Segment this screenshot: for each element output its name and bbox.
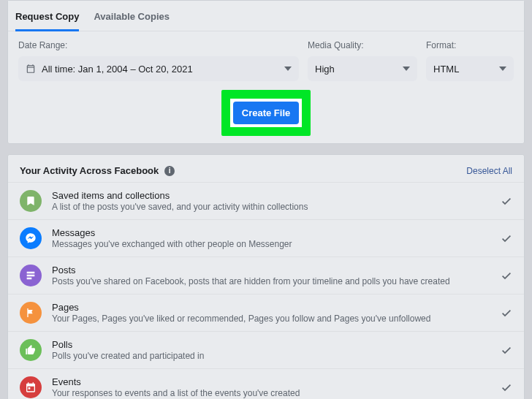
info-icon[interactable]: i: [164, 166, 175, 176]
tabs: Request Copy Available Copies: [8, 1, 524, 31]
media-quality-dropdown[interactable]: High: [308, 56, 417, 81]
flag-icon: [20, 302, 42, 324]
activity-item-text: Events Your responses to events and a li…: [52, 376, 490, 398]
date-range-value: All time: Jan 1, 2004 – Oct 20, 2021: [42, 64, 193, 75]
activity-item-desc: Your Pages, Pages you've liked or recomm…: [52, 314, 490, 324]
activity-item-title: Posts: [52, 265, 490, 276]
activity-item-text: Polls Polls you've created and participa…: [52, 339, 490, 361]
activity-item-polls[interactable]: Polls Polls you've created and participa…: [8, 331, 524, 368]
tab-request-copy[interactable]: Request Copy: [15, 8, 79, 31]
activity-item-pages[interactable]: Pages Your Pages, Pages you've liked or …: [8, 294, 524, 331]
format-label: Format:: [426, 40, 514, 50]
date-range-field: Date Range: All time: Jan 1, 2004 – Oct …: [18, 40, 299, 81]
activity-item-desc: Messages you've exchanged with other peo…: [52, 239, 490, 249]
tab-available-copies[interactable]: Available Copies: [94, 8, 170, 31]
create-row: Create File: [8, 81, 524, 143]
messenger-icon: [20, 227, 42, 249]
activity-item-desc: A list of the posts you've saved, and yo…: [52, 202, 490, 212]
calendar-event-icon: [20, 376, 42, 398]
chevron-down-icon: [403, 66, 410, 71]
tutorial-highlight: Create File: [221, 90, 311, 136]
activity-heading-text: Your Activity Across Facebook: [20, 165, 159, 176]
format-field: Format: HTML: [426, 40, 514, 81]
calendar-icon: [26, 64, 36, 74]
activity-item-saved[interactable]: Saved items and collections A list of th…: [8, 182, 524, 219]
format-dropdown[interactable]: HTML: [426, 56, 514, 81]
request-panel: Request Copy Available Copies Date Range…: [7, 0, 525, 144]
activity-item-text: Saved items and collections A list of th…: [52, 190, 490, 212]
checkmark-icon: [501, 344, 512, 356]
bookmark-icon: [20, 190, 42, 212]
format-value: HTML: [433, 64, 459, 75]
activity-item-title: Messages: [52, 227, 490, 238]
activity-item-events[interactable]: Events Your responses to events and a li…: [8, 368, 524, 399]
activity-header: Your Activity Across Facebook i Deselect…: [8, 155, 524, 182]
activity-item-desc: Posts you've shared on Facebook, posts t…: [52, 276, 490, 286]
activity-item-messages[interactable]: Messages Messages you've exchanged with …: [8, 219, 524, 256]
media-quality-field: Media Quality: High: [308, 40, 417, 81]
activity-item-desc: Your responses to events and a list of t…: [52, 388, 490, 398]
media-quality-label: Media Quality:: [308, 40, 417, 50]
thumbs-up-icon: [20, 339, 42, 361]
activity-item-title: Polls: [52, 339, 490, 350]
activity-item-title: Pages: [52, 302, 490, 313]
date-range-label: Date Range:: [18, 40, 299, 50]
activity-item-desc: Polls you've created and participated in: [52, 351, 490, 361]
checkmark-icon: [501, 232, 512, 244]
activity-title: Your Activity Across Facebook i: [20, 165, 175, 176]
checkmark-icon: [501, 381, 512, 393]
posts-icon: [20, 265, 42, 286]
checkmark-icon: [501, 270, 512, 281]
activity-item-title: Saved items and collections: [52, 190, 490, 201]
chevron-down-icon: [499, 66, 506, 71]
activity-item-text: Pages Your Pages, Pages you've liked or …: [52, 302, 490, 324]
create-file-button[interactable]: Create File: [233, 102, 299, 124]
checkmark-icon: [501, 195, 512, 207]
activity-panel: Your Activity Across Facebook i Deselect…: [7, 154, 525, 399]
deselect-all-link[interactable]: Deselect All: [466, 166, 512, 176]
chevron-down-icon: [284, 66, 292, 71]
activity-item-text: Posts Posts you've shared on Facebook, p…: [52, 265, 490, 286]
date-range-dropdown[interactable]: All time: Jan 1, 2004 – Oct 20, 2021: [18, 56, 299, 81]
activity-item-posts[interactable]: Posts Posts you've shared on Facebook, p…: [8, 256, 524, 294]
media-quality-value: High: [315, 64, 335, 75]
activity-item-text: Messages Messages you've exchanged with …: [52, 227, 490, 249]
controls-row: Date Range: All time: Jan 1, 2004 – Oct …: [8, 31, 524, 81]
tutorial-highlight-inner: Create File: [230, 99, 302, 127]
checkmark-icon: [501, 307, 512, 319]
activity-item-title: Events: [52, 376, 490, 387]
